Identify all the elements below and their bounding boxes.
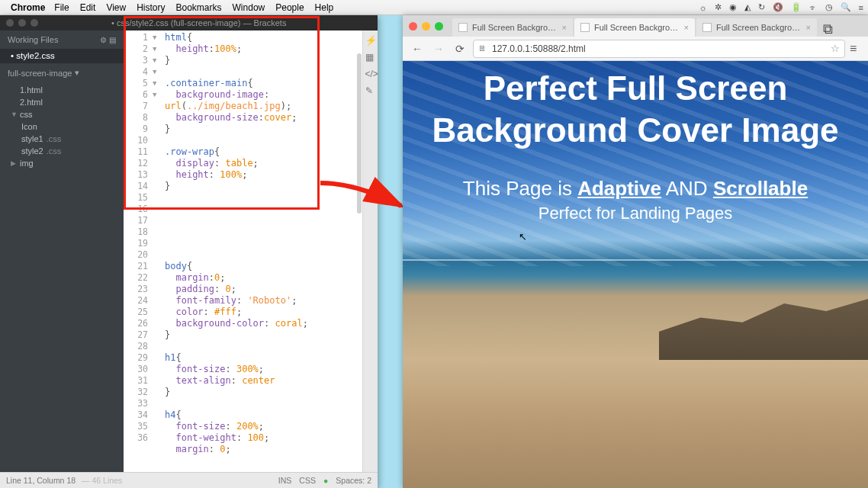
status-bar: Line 11, Column 18 — 46 Lines INS CSS ● … (0, 472, 378, 488)
reload-button[interactable]: ⟳ (452, 40, 468, 57)
lint-status-icon[interactable]: ● (323, 476, 328, 485)
working-files-header[interactable]: Working Files ⚙ ▤ (0, 30, 124, 49)
back-button[interactable]: ← (409, 40, 426, 57)
brackets-sidebar: Working Files ⚙ ▤ style2.css full-screen… (0, 30, 124, 472)
app-name[interactable]: Chrome (11, 2, 45, 13)
menu-bookmarks[interactable]: Bookmarks (176, 2, 222, 13)
browser-toolbar: ← → ⟳ 🗎 127.0.0.1:50888/2.html ☆ ≡ (403, 37, 868, 61)
tree-folder[interactable]: ▼css (11, 108, 124, 120)
line-count: — 46 Lines (82, 476, 122, 485)
window-minimize-icon[interactable] (422, 22, 430, 30)
brackets-right-rail: ⚡ ▦ </> ✎ (362, 30, 378, 472)
clock-icon[interactable]: ◷ (825, 2, 833, 12)
hero-tagline: Perfect for Landing Pages (403, 204, 868, 223)
macos-menu-bar: Chrome File Edit View History Bookmarks … (0, 0, 868, 15)
hero-subheading: This Page is Adaptive AND Scrollable (403, 177, 868, 201)
favicon-icon (458, 23, 468, 32)
battery-icon[interactable]: 🔋 (791, 2, 802, 12)
url-text: 127.0.0.1:50888/2.html (492, 43, 826, 54)
window-minimize-icon[interactable] (18, 19, 26, 27)
page-viewport[interactable]: Perfect Full ScreenBackground Cover Imag… (403, 61, 868, 488)
tree-item[interactable]: style2.css (11, 145, 124, 157)
tree-item[interactable]: 2.html (11, 96, 124, 108)
working-files-label: Working Files (8, 35, 58, 44)
window-title: • css/style2.css (full-screen-image) — B… (111, 18, 286, 27)
brackets-window: • css/style2.css (full-screen-image) — B… (0, 15, 378, 488)
bookmark-star-icon[interactable]: ☆ (831, 43, 840, 54)
wifi-icon[interactable]: ᯤ (809, 3, 818, 12)
tree-item[interactable]: style1.css (11, 133, 124, 145)
spotlight-icon[interactable]: 🔍 (841, 2, 851, 12)
notifications-icon[interactable]: ≡ (859, 3, 863, 12)
menu-view[interactable]: View (106, 2, 126, 13)
insert-mode[interactable]: INS (278, 476, 292, 485)
forward-button[interactable]: → (430, 40, 447, 57)
menu-window[interactable]: Window (233, 2, 265, 13)
live-preview-icon[interactable]: ⚡ (365, 35, 376, 46)
menu-history[interactable]: History (137, 2, 165, 13)
window-zoom-icon[interactable] (435, 22, 443, 30)
indent-setting[interactable]: Spaces: 2 (336, 476, 371, 485)
file-tree: 1.html 2.html ▼css Icon style1.css style… (0, 82, 124, 174)
cursor-position: Line 11, Column 18 (6, 476, 76, 485)
hero-content: Perfect Full ScreenBackground Cover Imag… (403, 61, 868, 488)
scrollbar-thumb[interactable] (357, 53, 362, 214)
chrome-window: Full Screen Background× Full Screen Back… (403, 15, 868, 488)
fold-column[interactable]: ▼▼▼▼▼▼ (153, 32, 162, 101)
tab-title: Full Screen Background (594, 23, 680, 32)
extension-icon[interactable]: ▦ (365, 52, 376, 63)
status-icon[interactable]: ◉ (729, 2, 737, 12)
favicon-icon (580, 23, 590, 32)
code-content[interactable]: html{ height:100%;} .container-main{ bac… (165, 32, 355, 455)
menu-file[interactable]: File (54, 2, 69, 13)
tab-title: Full Screen Background (716, 23, 802, 32)
project-name: full-screen-image (8, 69, 72, 78)
close-tab-icon[interactable]: × (684, 23, 689, 32)
window-zoom-icon[interactable] (31, 19, 38, 27)
chrome-menu-icon[interactable]: ≡ (850, 42, 862, 56)
close-tab-icon[interactable]: × (562, 23, 567, 32)
working-file-item[interactable]: style2.css (0, 49, 124, 63)
code-icon[interactable]: </> (365, 69, 376, 79)
volume-icon[interactable]: 🔇 (773, 2, 783, 12)
line-gutter: 1234567891011121314151617181920212223242… (124, 32, 153, 444)
tree-item[interactable]: 1.html (11, 84, 124, 96)
status-icon[interactable]: ✲ (715, 2, 722, 12)
close-tab-icon[interactable]: × (806, 23, 811, 32)
menu-people[interactable]: People (275, 2, 304, 13)
folder-open-icon: ▼ (11, 111, 17, 118)
tree-folder[interactable]: ▶img (11, 157, 124, 169)
browser-tab[interactable]: Full Screen Background× (696, 18, 817, 37)
brackets-titlebar[interactable]: • css/style2.css (full-screen-image) — B… (0, 15, 378, 30)
status-icon[interactable]: ◭ (744, 2, 751, 12)
status-icon[interactable]: ☼ (699, 3, 706, 12)
tree-item[interactable]: Icon (11, 120, 124, 133)
status-icon[interactable]: ↻ (758, 2, 765, 12)
menu-edit[interactable]: Edit (80, 2, 96, 13)
project-selector[interactable]: full-screen-image▾ (0, 63, 124, 82)
file-name: style2.css (16, 51, 55, 60)
menu-help[interactable]: Help (315, 2, 334, 13)
code-editor[interactable]: 1234567891011121314151617181920212223242… (124, 30, 362, 472)
chevron-down-icon: ▾ (75, 68, 79, 78)
folder-closed-icon: ▶ (11, 159, 17, 167)
gear-icon[interactable]: ⚙ ▤ (100, 36, 116, 44)
browser-tab[interactable]: Full Screen Background× (574, 18, 695, 37)
browser-tab[interactable]: Full Screen Background× (452, 18, 573, 37)
new-tab-button[interactable]: ⧉ (818, 21, 837, 37)
pen-icon[interactable]: ✎ (365, 85, 376, 96)
address-bar[interactable]: 🗎 127.0.0.1:50888/2.html ☆ (473, 40, 845, 58)
window-close-icon[interactable] (6, 19, 14, 27)
language-mode[interactable]: CSS (299, 476, 316, 485)
tab-strip: Full Screen Background× Full Screen Back… (403, 15, 868, 37)
window-close-icon[interactable] (409, 22, 417, 30)
tab-title: Full Screen Background (472, 23, 558, 32)
favicon-icon (702, 23, 712, 32)
hero-heading: Perfect Full ScreenBackground Cover Imag… (403, 61, 868, 151)
page-icon: 🗎 (478, 43, 487, 54)
